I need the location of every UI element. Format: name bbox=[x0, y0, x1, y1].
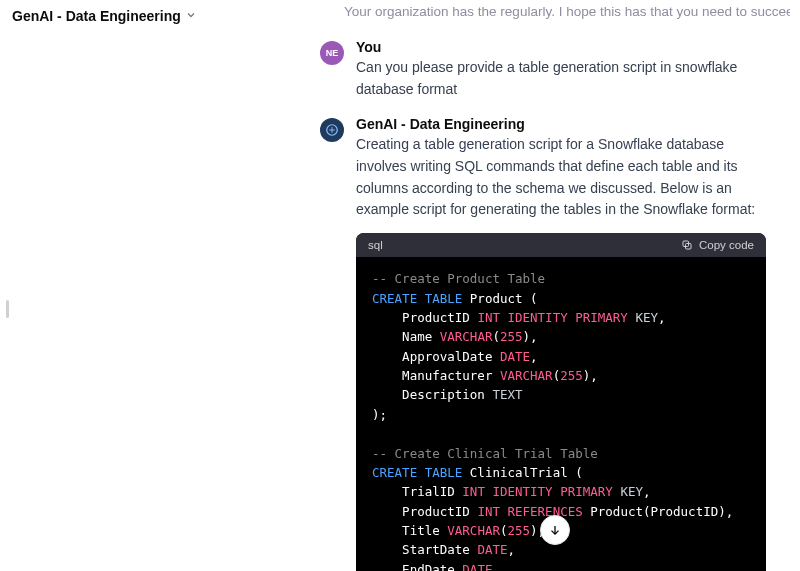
chevron-down-icon bbox=[185, 8, 197, 24]
assistant-message: GenAI - Data Engineering Creating a tabl… bbox=[320, 104, 790, 571]
clipboard-icon bbox=[681, 239, 693, 251]
code-lang: sql bbox=[368, 239, 383, 251]
assistant-avatar bbox=[320, 118, 344, 142]
conversation-pane: Your organization has the regularly. I h… bbox=[320, 0, 790, 571]
arrow-down-icon bbox=[548, 523, 562, 537]
prev-message-tail: Your organization has the regularly. I h… bbox=[320, 0, 790, 27]
user-message: NE You Can you please provide a table ge… bbox=[320, 27, 790, 104]
scroll-indicator bbox=[6, 300, 9, 318]
scroll-to-bottom-button[interactable] bbox=[540, 515, 570, 545]
assistant-text: Creating a table generation script for a… bbox=[356, 134, 766, 221]
assistant-name: GenAI - Data Engineering bbox=[356, 116, 766, 132]
model-name: GenAI - Data Engineering bbox=[12, 8, 181, 24]
user-name: You bbox=[356, 39, 766, 55]
user-avatar: NE bbox=[320, 41, 344, 65]
code-toolbar: sql Copy code bbox=[356, 233, 766, 257]
user-text: Can you please provide a table generatio… bbox=[356, 57, 766, 100]
copy-code-button[interactable]: Copy code bbox=[681, 239, 754, 251]
